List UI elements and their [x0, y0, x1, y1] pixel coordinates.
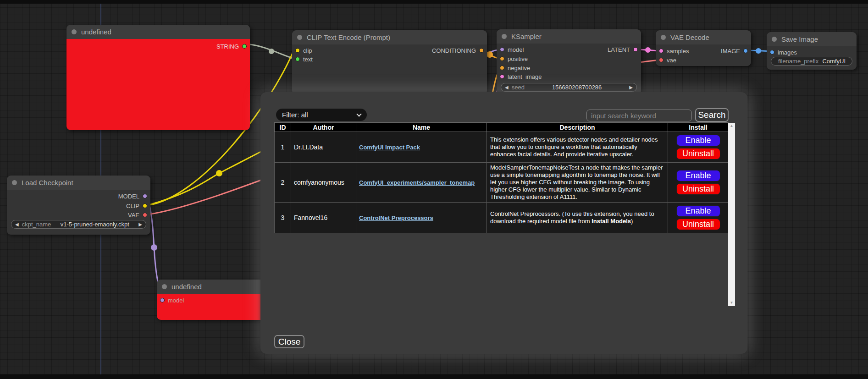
- decrement-arrow-icon[interactable]: ◀: [15, 220, 19, 229]
- collapse-dot-icon[interactable]: [502, 34, 507, 39]
- input-dot-latent-image[interactable]: [500, 74, 504, 79]
- input-slot-vae[interactable]: vae: [659, 56, 676, 64]
- input-dot-samples[interactable]: [659, 49, 663, 53]
- increment-arrow-icon[interactable]: ▶: [629, 83, 633, 92]
- node-undefined-bottom[interactable]: undefined model: [157, 280, 267, 320]
- output-dot-model[interactable]: [143, 194, 147, 198]
- node-title-label: undefined: [171, 283, 202, 291]
- increment-arrow-icon[interactable]: ▶: [138, 220, 142, 229]
- collapse-dot-icon[interactable]: [162, 284, 167, 289]
- ckpt-name-widget[interactable]: ◀ ckpt_name v1-5-pruned-emaonly.ckpt ▶: [11, 220, 146, 229]
- output-dot-latent[interactable]: [633, 47, 638, 52]
- extension-link[interactable]: ComfyUI Impact Pack: [359, 144, 420, 151]
- node-ksampler[interactable]: KSampler model positive negative latent_…: [497, 29, 641, 94]
- header-name: Name: [356, 123, 487, 132]
- cell-id: 1: [275, 132, 291, 163]
- input-dot-negative[interactable]: [500, 66, 504, 70]
- search-input[interactable]: [586, 110, 692, 121]
- input-slot-text[interactable]: text: [295, 55, 313, 63]
- input-dot-positive[interactable]: [500, 56, 504, 61]
- output-slot-image[interactable]: IMAGE: [721, 47, 748, 55]
- reroute-dot-pale[interactable]: [269, 49, 274, 54]
- collapse-dot-icon[interactable]: [72, 29, 77, 34]
- input-slot-latent-image[interactable]: latent_image: [500, 72, 542, 81]
- reroute-dot-yellow[interactable]: [216, 170, 222, 176]
- enable-button[interactable]: Enable: [676, 135, 720, 146]
- input-dot-vae[interactable]: [659, 58, 663, 62]
- output-slot-latent[interactable]: LATENT: [608, 45, 638, 54]
- output-slot-vae[interactable]: VAE: [128, 211, 147, 219]
- extensions-table-body: 1Dr.Lt.DataComfyUI Impact PackThis exten…: [275, 132, 729, 233]
- reroute-dot-pink[interactable]: [645, 47, 651, 53]
- reroute-dot-blue[interactable]: [756, 48, 761, 54]
- node-title-label: KSampler: [511, 33, 542, 40]
- input-slot-model[interactable]: model: [160, 296, 184, 304]
- output-dot-string[interactable]: [242, 44, 247, 49]
- output-dot-vae[interactable]: [143, 213, 147, 217]
- widget-label: seed: [512, 84, 525, 91]
- comfyui-canvas[interactable]: undefined STRING CLIP Text Encode (Promp…: [0, 0, 868, 379]
- collapse-dot-icon[interactable]: [661, 35, 666, 40]
- input-slot-clip[interactable]: clip: [295, 46, 312, 55]
- enable-button[interactable]: Enable: [676, 205, 720, 217]
- output-slot-model[interactable]: MODEL: [118, 192, 147, 200]
- output-dot-image[interactable]: [743, 49, 748, 53]
- reroute-dot-purple[interactable]: [151, 244, 157, 251]
- uninstall-button[interactable]: Uninstall: [676, 148, 720, 159]
- output-slot-clip[interactable]: CLIP: [126, 202, 147, 210]
- node-clip-text-encode[interactable]: CLIP Text Encode (Prompt) clip text COND…: [292, 30, 487, 94]
- collapse-dot-icon[interactable]: [772, 37, 777, 42]
- slot-label: VAE: [128, 212, 139, 219]
- node-save-image[interactable]: Save Image images filename_prefix ComfyU…: [767, 32, 857, 70]
- search-button[interactable]: Search: [695, 108, 729, 122]
- scroll-down-icon[interactable]: ▼: [728, 300, 735, 306]
- node-load-checkpoint[interactable]: Load Checkpoint MODEL CLIP VAE ◀ ckpt_na…: [7, 176, 150, 235]
- output-dot-conditioning[interactable]: [479, 48, 484, 53]
- extension-link[interactable]: ControlNet Preprocessors: [359, 214, 433, 221]
- filter-dropdown[interactable]: Filter: all: [276, 109, 367, 121]
- input-slot-images[interactable]: images: [770, 48, 797, 56]
- wire-clip-branch: [148, 147, 271, 205]
- node-vae-decode[interactable]: VAE Decode samples vae IMAGE: [656, 30, 751, 66]
- close-button[interactable]: Close: [274, 335, 304, 348]
- input-slot-model[interactable]: model: [500, 45, 524, 54]
- uninstall-button[interactable]: Uninstall: [676, 219, 720, 230]
- extensions-scroll-area: ID Author Name Description Install 1Dr.L…: [274, 122, 735, 307]
- input-dot-images[interactable]: [770, 50, 774, 55]
- input-slot-negative[interactable]: negative: [500, 64, 530, 72]
- input-slot-samples[interactable]: samples: [659, 47, 689, 55]
- extension-link[interactable]: ComfyUI_experiments/sampler_tonemap: [359, 179, 475, 186]
- scroll-up-icon[interactable]: ▲: [728, 123, 735, 129]
- cell-author: comfyanonymous: [291, 163, 356, 203]
- node-undefined-top[interactable]: undefined STRING: [66, 25, 250, 130]
- slot-label: IMAGE: [721, 48, 740, 55]
- node-title-bar[interactable]: KSampler: [497, 29, 641, 44]
- decrement-arrow-icon[interactable]: ◀: [505, 83, 509, 92]
- output-slot-string[interactable]: STRING: [216, 42, 247, 50]
- uninstall-button[interactable]: Uninstall: [676, 183, 720, 195]
- node-title-bar[interactable]: Save Image: [767, 32, 857, 46]
- input-dot-clip[interactable]: [295, 48, 300, 53]
- collapse-dot-icon[interactable]: [297, 35, 302, 40]
- output-slot-conditioning[interactable]: CONDITIONING: [432, 46, 484, 55]
- slot-label: clip: [303, 47, 312, 54]
- output-dot-clip[interactable]: [143, 203, 147, 208]
- node-title-bar[interactable]: CLIP Text Encode (Prompt): [292, 30, 487, 44]
- table-row: 2comfyanonymousComfyUI_experiments/sampl…: [275, 163, 729, 203]
- node-title-bar[interactable]: undefined: [66, 25, 250, 39]
- input-dot-text[interactable]: [295, 57, 300, 61]
- enable-button[interactable]: Enable: [676, 170, 720, 181]
- cell-name: ComfyUI Impact Pack: [356, 132, 487, 163]
- filename-prefix-widget[interactable]: filename_prefix ComfyUI: [771, 57, 852, 66]
- reroute-dot-orange[interactable]: [487, 51, 493, 58]
- cell-id: 3: [275, 203, 291, 233]
- vertical-scrollbar[interactable]: ▲ ▼: [728, 123, 735, 306]
- node-title-bar[interactable]: VAE Decode: [656, 30, 751, 44]
- seed-widget[interactable]: ◀ seed 156680208700286 ▶: [501, 83, 637, 92]
- input-dot-model[interactable]: [160, 298, 165, 302]
- collapse-dot-icon[interactable]: [12, 180, 17, 185]
- input-slot-positive[interactable]: positive: [500, 55, 528, 63]
- input-dot-model[interactable]: [500, 47, 504, 52]
- node-title-bar[interactable]: undefined: [157, 280, 267, 294]
- node-title-bar[interactable]: Load Checkpoint: [7, 176, 150, 190]
